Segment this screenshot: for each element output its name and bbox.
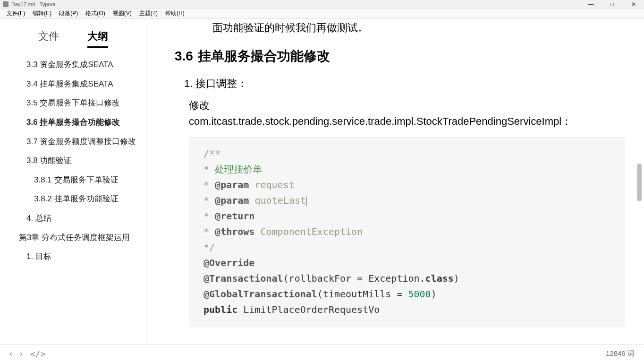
code-text: (timeoutMills = — [317, 288, 408, 300]
code-text: (rollbackFor = Exception. — [283, 273, 425, 284]
outline-item[interactable]: 1. 目标 — [19, 247, 136, 267]
menu-view[interactable]: 视图(V) — [109, 9, 136, 18]
sidebar-tabs: 文件 大纲 — [0, 25, 146, 52]
code-param: quoteLast — [249, 195, 305, 206]
sidebar: 文件 大纲 3.3 资金服务集成SEATA 3.4 挂单服务集成SEATA 3.… — [0, 19, 146, 344]
status-bar: ‹ › </> 12849 词 — [0, 344, 644, 363]
section-heading[interactable]: 3.6挂单服务撮合功能修改 — [175, 47, 625, 65]
close-button[interactable]: ✕ — [623, 0, 644, 9]
scrollbar-thumb[interactable] — [637, 164, 642, 201]
heading-number: 3.6 — [175, 49, 193, 63]
outline-item[interactable]: 3.8.2 挂单服务功能验证 — [19, 190, 136, 209]
window-title: Day17.md - Typora — [11, 1, 55, 7]
code-number: 5000 — [408, 288, 431, 300]
classpath-text[interactable]: com.itcast.trade.stock.pending.service.t… — [189, 114, 625, 129]
code-doctag: @param — [215, 195, 249, 206]
code-classname: LimitPlaceOrderRequestVo — [237, 304, 380, 315]
list-item[interactable]: 1. 接口调整： — [184, 77, 625, 91]
code-line: */ — [203, 242, 215, 253]
code-annotation: @GlobalTransactional — [203, 288, 317, 300]
text-cursor — [306, 197, 306, 206]
code-line: /** — [203, 148, 220, 159]
code-line: * — [203, 226, 215, 237]
window-controls: — □ ✕ — [580, 0, 644, 9]
tab-outline[interactable]: 大纲 — [87, 29, 108, 48]
outline-item[interactable]: 4. 总结 — [19, 209, 136, 228]
code-doc: 处理挂价单 — [215, 164, 262, 175]
intro-text[interactable]: 面功能验证的时候我们再做测试。 — [212, 21, 625, 35]
code-text: ) — [431, 288, 437, 300]
code-exception: ComponentException — [254, 226, 363, 237]
nav-forward-icon[interactable]: › — [20, 349, 23, 359]
heading-text: 挂单服务撮合功能修改 — [198, 49, 330, 63]
code-line: * — [203, 210, 215, 222]
code-keyword: public — [203, 304, 237, 315]
outline-item[interactable]: 3.8.1 交易服务下单验证 — [19, 171, 136, 190]
editor-content[interactable]: 面功能验证的时候我们再做测试。 3.6挂单服务撮合功能修改 1. 接口调整： 修… — [146, 19, 644, 344]
code-block[interactable]: /** * 处理挂价单 * @param request * @param qu… — [189, 137, 625, 327]
menu-theme[interactable]: 主题(T) — [136, 9, 161, 18]
code-text: ) — [454, 273, 459, 284]
menu-help[interactable]: 帮助(H) — [161, 9, 188, 18]
outline-list[interactable]: 3.3 资金服务集成SEATA 3.4 挂单服务集成SEATA 3.5 交易服务… — [0, 52, 146, 344]
menu-edit[interactable]: 编辑(E) — [29, 9, 55, 18]
outline-item[interactable]: 3.8 功能验证 — [19, 151, 136, 171]
menu-format[interactable]: 格式(O) — [82, 9, 109, 18]
outline-item-active[interactable]: 3.6 挂单服务撮合功能修改 — [19, 113, 136, 132]
outline-item[interactable]: 3.4 挂单服务集成SEATA — [19, 75, 136, 94]
code-keyword: class — [425, 273, 454, 284]
source-mode-icon[interactable]: </> — [30, 349, 46, 359]
outline-item[interactable]: 3.7 资金服务额度调整接口修改 — [19, 132, 136, 152]
minimize-button[interactable]: — — [580, 0, 602, 9]
status-left: ‹ › </> — [9, 349, 46, 359]
paragraph[interactable]: 修改 — [189, 98, 625, 112]
nav-back-icon[interactable]: ‹ — [9, 349, 12, 359]
code-doctag: @return — [215, 210, 254, 222]
code-annotation: @Transactional — [203, 273, 283, 284]
outline-item[interactable]: 3.5 交易服务下单接口修改 — [19, 94, 136, 113]
code-doctag: @param — [215, 179, 249, 190]
outline-item-chapter[interactable]: 第3章 分布式任务调度框架运用 — [19, 228, 136, 248]
code-line: * — [203, 195, 215, 206]
code-param: request — [249, 179, 294, 190]
code-annotation: @Override — [203, 257, 254, 268]
app-icon — [3, 1, 8, 7]
menu-file[interactable]: 文件(F) — [3, 9, 29, 18]
code-line: * — [203, 164, 215, 175]
outline-item[interactable]: 3.3 资金服务集成SEATA — [19, 55, 136, 75]
title-bar: Day17.md - Typora — □ ✕ — [0, 0, 644, 9]
tab-files[interactable]: 文件 — [38, 29, 59, 48]
list-label: 1. 接口调整： — [184, 78, 247, 89]
code-doctag: @throws — [215, 226, 254, 237]
menu-bar: 文件(F) 编辑(E) 段落(P) 格式(O) 视图(V) 主题(T) 帮助(H… — [0, 9, 644, 19]
maximize-button[interactable]: □ — [602, 0, 623, 9]
main-container: 文件 大纲 3.3 资金服务集成SEATA 3.4 挂单服务集成SEATA 3.… — [0, 19, 644, 344]
word-count[interactable]: 12849 词 — [606, 349, 635, 358]
code-line: * — [203, 179, 215, 190]
menu-paragraph[interactable]: 段落(P) — [55, 9, 82, 18]
